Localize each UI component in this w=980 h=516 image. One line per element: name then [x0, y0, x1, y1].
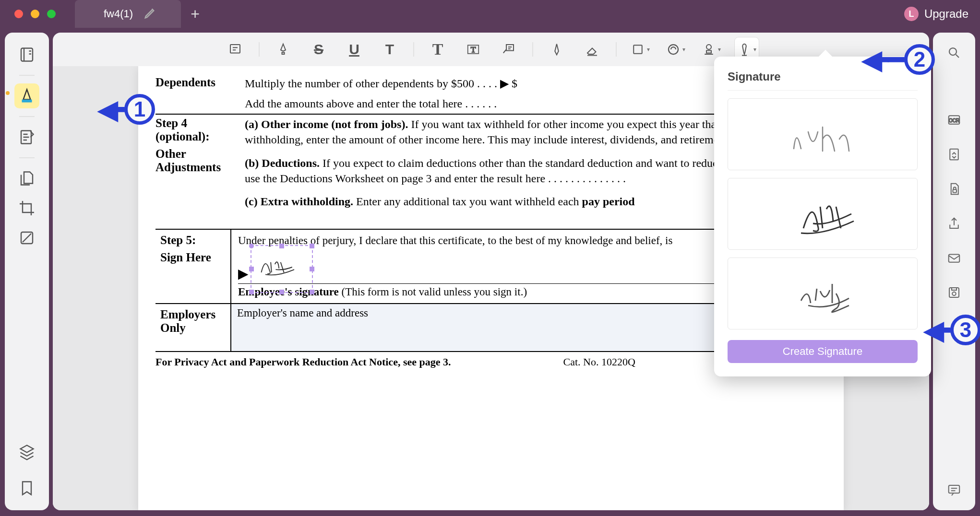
svg-text:OCR: OCR — [949, 118, 959, 123]
step4-label: Step 4 (optional): — [155, 117, 237, 143]
sig-label-bold: Employee's signature — [238, 286, 339, 298]
signature-option-3[interactable] — [728, 258, 918, 329]
titlebar: fw4(1) + L Upgrade — [0, 0, 980, 28]
sig-label-rest: (This form is not valid unless you sign … — [339, 286, 527, 298]
pencil-icon[interactable] — [143, 5, 158, 23]
employers-only-label: Employers Only — [155, 304, 230, 351]
signature-popover: Signature Create Signature — [714, 57, 931, 376]
bookmark-icon[interactable] — [14, 476, 39, 501]
redact-icon[interactable] — [14, 225, 39, 250]
new-tab-button[interactable]: + — [191, 5, 200, 23]
form-fill-icon[interactable] — [14, 125, 39, 150]
signature-option-2[interactable] — [728, 178, 918, 250]
employer-name-field[interactable]: Employer's name and address — [230, 304, 721, 351]
svg-rect-8 — [633, 45, 642, 54]
line-dropdown-icon[interactable] — [664, 37, 688, 61]
step4c-bold2: pay period — [582, 195, 635, 208]
save-icon[interactable] — [944, 282, 965, 303]
annotate-tool-icon[interactable] — [14, 83, 39, 108]
callout-icon[interactable] — [497, 37, 521, 61]
svg-point-10 — [706, 45, 711, 49]
step5-label: Step 5: — [160, 234, 226, 247]
svg-point-9 — [669, 45, 678, 54]
convert-icon[interactable] — [944, 144, 965, 165]
search-icon[interactable] — [944, 42, 965, 63]
sign-here-label: Sign Here — [160, 251, 226, 264]
layers-icon[interactable] — [14, 439, 39, 464]
svg-rect-1 — [22, 100, 32, 103]
mail-icon[interactable] — [944, 247, 965, 269]
svg-rect-16 — [949, 255, 960, 262]
privacy-notice: For Privacy Act and Paperwork Reduction … — [155, 356, 451, 370]
eraser-icon[interactable] — [580, 37, 604, 61]
comments-icon[interactable] — [944, 480, 965, 501]
dependents-label: Dependents — [155, 76, 237, 112]
svg-rect-19 — [952, 288, 956, 290]
textbox-icon[interactable]: T — [461, 37, 485, 61]
note-icon[interactable] — [223, 37, 247, 61]
squiggly-icon[interactable]: T — [378, 37, 402, 61]
create-signature-button[interactable]: Create Signature — [728, 340, 918, 363]
crop-icon[interactable] — [14, 196, 39, 221]
step4-sublabel: Other Adjustments — [155, 147, 237, 174]
svg-rect-20 — [949, 485, 960, 493]
user-avatar[interactable]: L — [904, 7, 919, 21]
step4c-bold: (c) Extra withholding. — [245, 195, 353, 208]
step4c-text: Enter any additional tax you want withhe… — [353, 195, 582, 208]
ocr-icon[interactable]: OCR — [944, 109, 965, 130]
left-sidebar — [5, 33, 49, 510]
placed-signature[interactable] — [253, 250, 306, 281]
popover-title: Signature — [728, 70, 918, 83]
svg-rect-0 — [21, 48, 33, 61]
catalog-number: Cat. No. 10220Q — [563, 356, 635, 370]
shape-dropdown-icon[interactable] — [628, 37, 652, 61]
text-tool-icon[interactable]: T — [426, 37, 450, 61]
reader-icon[interactable] — [14, 42, 39, 67]
signature-option-1[interactable] — [728, 98, 918, 170]
svg-rect-4 — [230, 45, 240, 53]
underline-icon[interactable]: U — [342, 37, 366, 61]
document-tab[interactable]: fw4(1) — [75, 0, 181, 28]
strikethrough-icon[interactable]: S — [307, 37, 331, 61]
lock-file-icon[interactable] — [944, 178, 965, 199]
svg-text:T: T — [471, 45, 476, 54]
pages-icon[interactable] — [14, 166, 39, 191]
main-panel: S U T T T Dependents — [53, 33, 929, 510]
pen-icon[interactable] — [545, 37, 569, 61]
highlighter-icon[interactable] — [271, 37, 295, 61]
window-zoom-button[interactable] — [47, 10, 56, 18]
svg-point-11 — [949, 48, 956, 55]
svg-rect-7 — [506, 45, 514, 51]
window-minimize-button[interactable] — [31, 10, 39, 18]
step4b-bold: (b) Deductions. — [245, 157, 320, 169]
svg-rect-15 — [953, 189, 957, 192]
right-sidebar: OCR — [933, 33, 975, 510]
window-close-button[interactable] — [14, 10, 23, 18]
step4a-bold: (a) Other income (not from jobs). — [245, 118, 408, 130]
svg-point-18 — [952, 292, 956, 296]
upgrade-link[interactable]: Upgrade — [924, 7, 968, 21]
share-icon[interactable] — [944, 213, 965, 234]
tab-title: fw4(1) — [104, 8, 133, 20]
